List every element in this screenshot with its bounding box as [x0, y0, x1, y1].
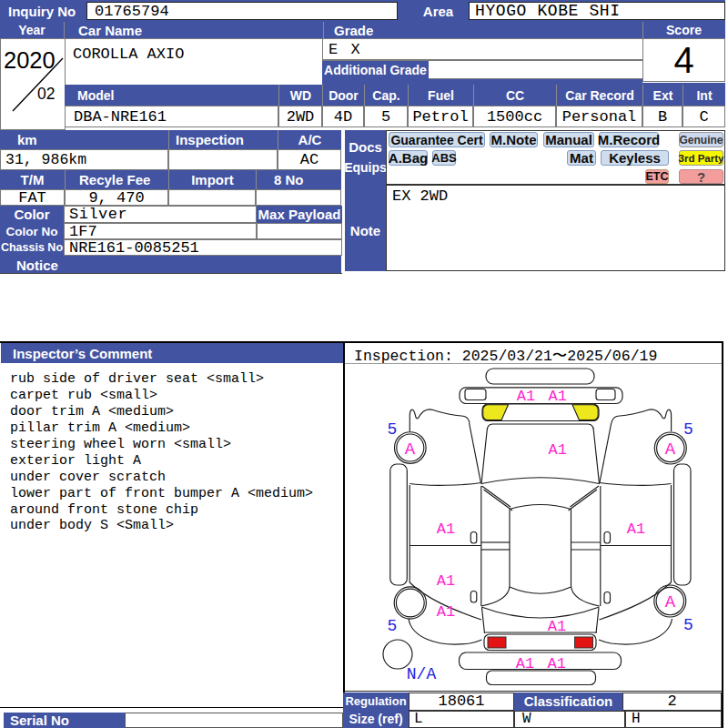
- svg-text:A1: A1: [437, 603, 455, 621]
- svg-text:A1: A1: [627, 521, 645, 538]
- svg-text:5: 5: [683, 616, 693, 634]
- svg-text:N/A: N/A: [407, 665, 437, 683]
- svg-text:A: A: [665, 440, 676, 460]
- svg-text:A1: A1: [548, 388, 566, 405]
- svg-text:A1: A1: [516, 655, 534, 672]
- svg-text:5: 5: [388, 617, 398, 635]
- svg-text:A1: A1: [548, 441, 566, 459]
- svg-text:A1: A1: [437, 521, 455, 538]
- svg-text:A: A: [665, 592, 676, 612]
- svg-text:A1: A1: [547, 655, 565, 672]
- svg-text:5: 5: [388, 420, 398, 439]
- svg-text:A1: A1: [548, 618, 566, 635]
- svg-text:A1: A1: [437, 572, 455, 590]
- svg-text:A1: A1: [517, 388, 535, 405]
- svg-text:5: 5: [683, 420, 693, 439]
- svg-text:A: A: [405, 440, 416, 460]
